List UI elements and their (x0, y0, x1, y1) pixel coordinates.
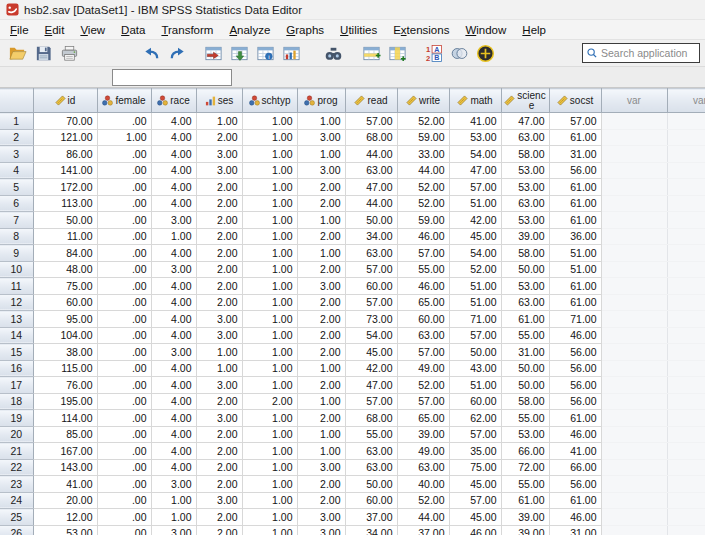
empty-cell[interactable] (667, 129, 705, 146)
data-cell[interactable]: 58.00 (501, 245, 549, 262)
data-cell[interactable]: 1.00 (297, 212, 345, 229)
data-cell[interactable]: 2.00 (297, 261, 345, 278)
menu-view[interactable]: View (72, 22, 113, 38)
column-header-race[interactable]: race (151, 89, 196, 113)
grid-corner-cell[interactable] (0, 89, 33, 113)
data-cell[interactable]: 2.00 (196, 212, 242, 229)
data-cell[interactable]: 61.00 (549, 179, 601, 196)
data-cell[interactable]: 195.00 (33, 393, 97, 410)
data-cell[interactable]: 59.00 (397, 212, 449, 229)
data-cell[interactable]: 53.00 (449, 129, 501, 146)
data-cell[interactable]: 115.00 (33, 360, 97, 377)
empty-cell[interactable] (667, 162, 705, 179)
data-cell[interactable]: 61.00 (549, 195, 601, 212)
data-cell[interactable]: 1.00 (196, 360, 242, 377)
data-cell[interactable]: 63.00 (501, 129, 549, 146)
data-cell[interactable]: 4.00 (151, 113, 196, 130)
data-cell[interactable]: 51.00 (449, 377, 501, 394)
data-cell[interactable]: 52.00 (397, 492, 449, 509)
data-cell[interactable]: 3.00 (196, 410, 242, 427)
empty-cell[interactable] (667, 377, 705, 394)
data-cell[interactable]: 39.00 (501, 509, 549, 526)
data-cell[interactable]: 1.00 (97, 129, 151, 146)
data-cell[interactable]: 36.00 (549, 228, 601, 245)
data-cell[interactable]: 1.00 (196, 344, 242, 361)
data-cell[interactable]: 1.00 (242, 261, 297, 278)
empty-cell[interactable] (667, 459, 705, 476)
data-cell[interactable]: 71.00 (449, 311, 501, 328)
data-cell[interactable]: 47.00 (345, 377, 397, 394)
data-cell[interactable]: 2.00 (297, 377, 345, 394)
data-cell[interactable]: 1.00 (242, 492, 297, 509)
empty-cell[interactable] (601, 410, 667, 427)
data-cell[interactable]: .00 (97, 459, 151, 476)
empty-cell[interactable] (667, 410, 705, 427)
data-cell[interactable]: 63.00 (345, 162, 397, 179)
row-number-12[interactable]: 12 (0, 294, 33, 311)
data-cell[interactable]: .00 (97, 294, 151, 311)
data-cell[interactable]: .00 (97, 212, 151, 229)
data-cell[interactable]: 2.00 (196, 278, 242, 295)
data-cell[interactable]: 58.00 (501, 146, 549, 163)
empty-cell[interactable] (601, 426, 667, 443)
data-cell[interactable]: 60.00 (345, 492, 397, 509)
insert-cases-button[interactable] (358, 41, 384, 65)
data-cell[interactable]: 60.00 (397, 311, 449, 328)
data-cell[interactable]: 4.00 (151, 162, 196, 179)
column-header-female[interactable]: female (97, 89, 151, 113)
data-cell[interactable]: 4.00 (151, 278, 196, 295)
data-cell[interactable]: 1.00 (196, 113, 242, 130)
empty-cell[interactable] (601, 509, 667, 526)
data-cell[interactable]: 31.00 (549, 525, 601, 535)
row-number-1[interactable]: 1 (0, 113, 33, 130)
data-cell[interactable]: 1.00 (242, 443, 297, 460)
data-cell[interactable]: 1.00 (242, 278, 297, 295)
data-cell[interactable]: 61.00 (549, 278, 601, 295)
data-cell[interactable]: .00 (97, 245, 151, 262)
data-cell[interactable]: 1.00 (242, 327, 297, 344)
data-cell[interactable]: 2.00 (297, 344, 345, 361)
data-cell[interactable]: 143.00 (33, 459, 97, 476)
data-cell[interactable]: 1.00 (151, 509, 196, 526)
empty-cell[interactable] (667, 294, 705, 311)
data-cell[interactable]: 61.00 (549, 129, 601, 146)
data-cell[interactable]: 57.00 (345, 393, 397, 410)
menu-window[interactable]: Window (457, 22, 514, 38)
data-cell[interactable]: 50.00 (501, 377, 549, 394)
data-cell[interactable]: 2.00 (196, 294, 242, 311)
data-cell[interactable]: .00 (97, 443, 151, 460)
data-cell[interactable]: .00 (97, 344, 151, 361)
data-cell[interactable]: 57.00 (345, 113, 397, 130)
data-cell[interactable]: 1.00 (242, 195, 297, 212)
search-box[interactable] (582, 43, 700, 63)
data-cell[interactable]: 46.00 (449, 525, 501, 535)
data-cell[interactable]: 60.00 (345, 278, 397, 295)
data-cell[interactable]: 4.00 (151, 327, 196, 344)
data-cell[interactable]: .00 (97, 311, 151, 328)
data-cell[interactable]: 42.00 (345, 360, 397, 377)
data-cell[interactable]: 4.00 (151, 377, 196, 394)
empty-cell[interactable] (667, 344, 705, 361)
data-cell[interactable]: .00 (97, 228, 151, 245)
data-cell[interactable]: 4.00 (151, 146, 196, 163)
row-number-15[interactable]: 15 (0, 344, 33, 361)
row-number-21[interactable]: 21 (0, 443, 33, 460)
empty-cell[interactable] (667, 179, 705, 196)
data-cell[interactable]: 50.00 (501, 261, 549, 278)
data-cell[interactable]: 4.00 (151, 311, 196, 328)
data-cell[interactable]: 4.00 (151, 443, 196, 460)
variable-sets-button[interactable] (446, 41, 472, 65)
data-cell[interactable]: 2.00 (242, 393, 297, 410)
row-number-8[interactable]: 8 (0, 228, 33, 245)
empty-cell[interactable] (601, 179, 667, 196)
row-number-18[interactable]: 18 (0, 393, 33, 410)
data-cell[interactable]: 49.00 (397, 360, 449, 377)
data-cell[interactable]: 3.00 (297, 129, 345, 146)
data-cell[interactable]: 1.00 (242, 426, 297, 443)
empty-cell[interactable] (667, 311, 705, 328)
data-cell[interactable]: 56.00 (549, 476, 601, 493)
data-cell[interactable]: 1.00 (242, 377, 297, 394)
data-cell[interactable]: 45.00 (345, 344, 397, 361)
data-cell[interactable]: 95.00 (33, 311, 97, 328)
data-cell[interactable]: 57.00 (397, 393, 449, 410)
